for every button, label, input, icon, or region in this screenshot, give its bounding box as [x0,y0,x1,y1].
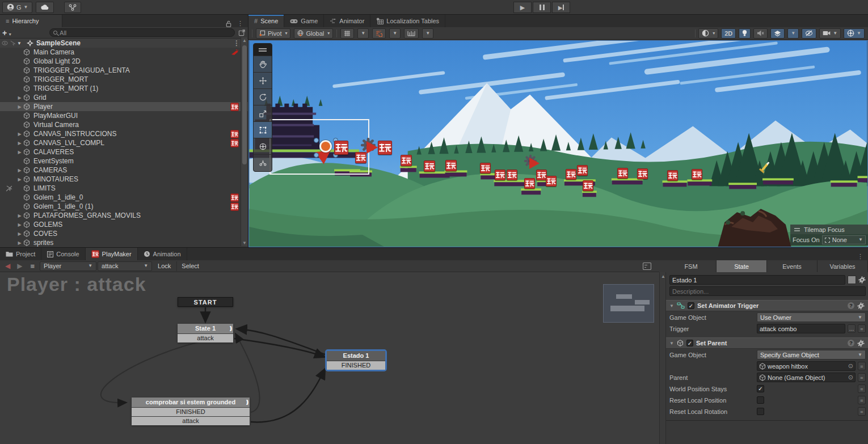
foldout-arrow[interactable]: ▼ [669,303,674,308]
play-button[interactable]: ▶ [513,2,532,13]
pick-disabled-icon[interactable] [6,185,12,192]
rotate-tool[interactable] [254,89,272,105]
hierarchy-item-limits[interactable]: LIMITS [0,184,248,193]
browse-button[interactable]: … [848,324,856,333]
hierarchy-item-global-light-2d[interactable]: Global Light 2D [0,57,248,66]
hierarchy-item-golem-1-idle-0[interactable]: Golem_1_idle_0 [0,193,248,202]
transition-label[interactable]: FINISHED [327,361,385,370]
global-dropdown[interactable]: Global [294,28,333,39]
state-color-swatch[interactable] [848,276,856,284]
rect-tool[interactable] [254,122,272,138]
playmaker-gizmo-badge[interactable] [617,168,628,179]
create-object-button[interactable]: + ▼ [2,28,12,37]
snap-increment-button[interactable] [404,28,419,39]
tab-hierarchy[interactable]: ≡ Hierarchy [0,15,62,27]
tab-project[interactable]: Project [0,248,41,260]
tab-game[interactable]: Game [284,15,324,27]
playmaker-gizmo-badge[interactable] [480,163,491,174]
foldout-arrow[interactable]: ▶ [16,132,23,137]
lock-icon[interactable] [226,20,231,27]
variable-toggle-button[interactable]: = [858,362,866,370]
hierarchy-item-grid[interactable]: ▶Grid [0,93,248,102]
checkbox[interactable]: ✓ [757,385,764,392]
hierarchy-item-cameras[interactable]: ▶CAMERAS [0,166,248,175]
graph-scrollbar[interactable]: ▲ [659,272,666,444]
pivot-dropdown[interactable]: Pivot [256,28,290,39]
scene-viewport[interactable]: Tilemap Focus Focus On None ▼ [248,40,868,247]
playmaker-gizmo-badge[interactable] [536,170,547,180]
tab-console[interactable]: Console [41,248,85,260]
action-enabled-checkbox[interactable]: ✓ [686,340,693,346]
variable-toggle-button[interactable]: = [858,384,866,393]
foldout-arrow[interactable]: ▶ [16,141,23,146]
action-enabled-checkbox[interactable]: ✓ [688,302,694,309]
tab-fsm[interactable]: FSM [666,260,717,272]
tab-variables[interactable]: Variables [818,260,868,272]
foldout-arrow[interactable]: ▶ [16,222,23,227]
nav-forward-button[interactable]: ▶ [14,262,25,270]
graph-minimap[interactable] [603,284,654,323]
hierarchy-item-coves[interactable]: ▶COVES [0,229,248,238]
foldout-arrow[interactable]: ▶ [16,150,23,155]
graph-menu-button[interactable]: ≡ [26,262,39,270]
playmaker-gizmo-badge[interactable] [637,168,648,179]
checkbox[interactable] [757,408,764,415]
hand-tool[interactable] [254,56,272,73]
playmaker-gizmo-badge[interactable] [524,178,535,189]
scene-header-row[interactable]: ▼ SampleScene ⋮ [0,39,248,48]
playmaker-gizmo-badge[interactable] [583,180,593,191]
hierarchy-item-trigger-mort-1-[interactable]: TRIGGER_MORT (1) [0,84,248,93]
transition-label[interactable]: attack [178,334,233,342]
hierarchy-scrollbar[interactable]: ▲ ▼ [241,37,247,246]
playmaker-gizmo-badge[interactable] [424,160,435,172]
hierarchy-item-golem-1-idle-0-1-[interactable]: Golem_1_idle_0 (1) [0,202,248,211]
help-icon[interactable]: ? [848,340,854,346]
hierarchy-item-virtual-camera[interactable]: Virtual Camera [0,120,248,129]
pause-button[interactable] [533,2,551,13]
2d-toggle[interactable]: 2D [721,28,736,39]
tab-scene[interactable]: # Scene [248,15,284,27]
search-window-icon[interactable] [238,29,246,36]
tab-events[interactable]: Events [767,260,818,272]
fsm-node-comprobar[interactable]: comprobar si estem grounded)) FINISHED a… [132,398,250,425]
search-input[interactable] [60,29,231,36]
hierarchy-item-minotaures[interactable]: ▶MINOTAURES [0,175,248,184]
transition-label[interactable]: attack [132,417,250,425]
variable-toggle-button[interactable]: = [858,407,866,416]
scene-menu-icon[interactable]: ⋮ [233,39,240,47]
focus-on-dropdown[interactable]: None ▼ [822,235,866,244]
step-button[interactable]: ▶ [552,2,570,13]
hierarchy-item-calaveres[interactable]: ▶CALAVERES [0,147,248,157]
debug-inspector-icon[interactable] [643,263,651,270]
hierarchy-item-triggger-caiguda-lenta[interactable]: TRIGGGER_CAIGUDA_LENTA [0,66,248,75]
hierarchy-item-golems[interactable]: ▶GOLEMS [0,220,248,229]
playmaker-gizmo-badge[interactable] [692,169,702,180]
grid-visibility-button[interactable] [340,28,354,39]
object-picker-icon[interactable]: ⊙ [848,374,853,381]
foldout-arrow[interactable]: ▶ [16,95,23,100]
action-header-set-animator-trigger[interactable]: ▼✓Set Animator Trigger? [666,300,868,311]
foldout-arrow[interactable]: ▶ [16,104,23,109]
variable-toggle-button[interactable]: = [858,396,866,404]
playmaker-gizmo-badge[interactable] [378,141,392,155]
foldout-arrow[interactable]: ▶ [16,213,23,218]
hierarchy-search[interactable] [49,28,235,37]
state-description-field[interactable] [669,286,866,296]
foldout-arrow[interactable]: ▼ [669,341,674,346]
variable-toggle-button[interactable]: = [858,373,866,382]
select-button[interactable]: Select [176,261,204,271]
playmaker-gizmo-badge[interactable] [546,176,557,187]
state-settings-gear-icon[interactable] [858,276,866,284]
playmaker-gizmo-badge[interactable] [577,165,588,176]
lock-button[interactable]: Lock [153,261,175,271]
hierarchy-item-canvas-lvl-compl[interactable]: ▶CANVAS_LVL_COMPL [0,138,248,147]
nav-back-button[interactable]: ◀ [2,262,13,270]
audio-toggle[interactable] [753,28,768,39]
text-field[interactable] [757,324,845,333]
palette-drag-handle[interactable] [254,44,272,56]
account-button[interactable]: G ▼ [2,2,32,13]
foldout-arrow[interactable]: ▶ [16,168,23,173]
grid-snap-button[interactable] [372,28,386,39]
help-icon[interactable]: ? [848,302,854,309]
transition-label[interactable]: FINISHED [132,408,250,416]
